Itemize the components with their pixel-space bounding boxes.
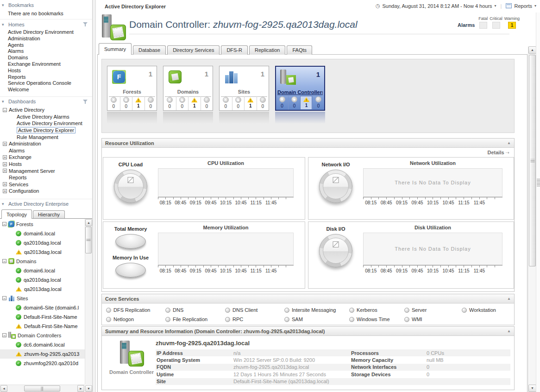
dashboards-leaf[interactable]: Active Directory Environment <box>3 120 92 127</box>
enterprise-header[interactable]: Active Directory Enterprise <box>0 199 92 208</box>
reports-menu[interactable]: Reports <box>514 3 532 9</box>
dashboards-node[interactable]: Alarms <box>3 147 92 154</box>
dashboards-node[interactable]: Exchange <box>3 154 92 161</box>
tab-dfs-r[interactable]: DFS-R <box>221 45 248 55</box>
tree-group-domains[interactable]: Domains <box>0 257 85 266</box>
panel-drag-handle[interactable] <box>537 179 540 186</box>
homes-item-service-operations-console[interactable]: Service Operations Console <box>8 80 92 87</box>
scroll-right-arrow[interactable]: ► <box>77 385 84 392</box>
collapse-section-icon[interactable] <box>507 297 511 301</box>
scroll-up-arrow[interactable]: ▲ <box>85 219 92 226</box>
dashboards-leaf[interactable]: Active Directory Alarms <box>3 114 92 120</box>
homes-item-reports[interactable]: Reports <box>8 74 92 81</box>
main-vscroll-thumb[interactable] <box>529 55 536 266</box>
tile-status-warning[interactable]: 1 <box>132 96 144 110</box>
tile-sites[interactable]: 1Sites0010 <box>219 66 269 111</box>
tree-item[interactable]: qa2013dag.local <box>0 247 85 257</box>
minus-expander-icon[interactable] <box>2 333 6 337</box>
core-services-header[interactable]: Core Services <box>102 294 514 303</box>
scroll-down-arrow[interactable]: ▼ <box>85 385 92 392</box>
alarm-count-box[interactable] <box>479 22 487 29</box>
resource-utilization-header[interactable]: Resource Utilization <box>102 139 514 148</box>
tree-item[interactable]: qa2010dag.local <box>0 238 85 247</box>
chevron-down-icon[interactable] <box>534 4 536 8</box>
tree-horizontal-scrollbar[interactable]: ◄ ► <box>0 385 85 392</box>
sidebar-splitter[interactable] <box>93 0 96 392</box>
homes-item-administration[interactable]: Administration <box>8 36 92 42</box>
tile-domains[interactable]: 1Domains0010 <box>163 66 213 111</box>
tile-status-fatal[interactable]: 0 <box>163 96 176 110</box>
tile-status-warning[interactable]: 1 <box>244 96 257 110</box>
homes-item-alarms[interactable]: Alarms <box>8 48 92 55</box>
tile-status-fatal[interactable]: 0 <box>276 96 288 110</box>
homes-item-exchange-environment[interactable]: Exchange Environment <box>8 61 92 68</box>
tile-status-fatal[interactable]: 0 <box>107 96 120 110</box>
tree-item[interactable]: domain6.local <box>0 266 85 275</box>
plus-expander-icon[interactable] <box>3 142 7 146</box>
collapse-section-icon[interactable] <box>507 141 511 145</box>
tree-item[interactable]: domain6-Site (domain6.l <box>0 303 85 312</box>
tree-item[interactable]: zhuvmfog2920.qa2010d <box>0 359 85 368</box>
dashboards-node[interactable]: Reports <box>3 174 92 181</box>
tree-vertical-scrollbar[interactable]: ▲ <box>85 219 92 385</box>
alarm-count-box[interactable] <box>492 22 500 29</box>
dashboards-header[interactable]: Dashboards <box>0 96 92 105</box>
filter-funnel-icon[interactable] <box>83 100 88 104</box>
alarm-count-box[interactable]: 1 <box>508 22 516 29</box>
tab-faqts[interactable]: FAQts <box>287 45 312 55</box>
dashboards-node[interactable]: Services <box>3 181 92 188</box>
tile-status-fatal[interactable]: 0 <box>220 96 232 110</box>
tree-group-domain-controllers[interactable]: Domain Controllers <box>0 331 85 340</box>
homes-item-active-directory-environment[interactable]: Active Directory Environment <box>8 29 92 36</box>
plus-expander-icon[interactable] <box>3 182 7 186</box>
homes-item-hosts[interactable]: Hosts <box>8 68 92 74</box>
collapse-section-icon[interactable] <box>507 329 511 333</box>
tab-directory-services[interactable]: Directory Services <box>167 45 220 55</box>
time-range-selector[interactable]: Sunday, August 31, 2014 8:12 AM - Now 4 … <box>383 3 492 9</box>
dashboards-node[interactable]: Administration <box>3 140 92 147</box>
homes-item-domains[interactable]: Domains <box>8 55 92 61</box>
tab-summary[interactable]: Summary <box>99 43 132 55</box>
tile-status-critical[interactable]: 0 <box>232 96 245 110</box>
scroll-down-arrow[interactable]: ▼ <box>528 385 536 392</box>
minus-expander-icon[interactable] <box>2 296 6 300</box>
tile-status-normal[interactable]: 0 <box>201 96 213 110</box>
bookmarks-header[interactable]: Bookmarks <box>0 0 92 9</box>
tile-status-normal[interactable]: 0 <box>257 96 269 110</box>
tree-item[interactable]: zhuvm-fog-2925.qa2013 <box>0 349 85 359</box>
tab-replication[interactable]: Replication <box>249 45 285 55</box>
tree-vscroll-thumb[interactable] <box>85 227 92 253</box>
dashboards-node[interactable]: Configuration <box>3 188 92 195</box>
tile-status-warning[interactable]: 1 <box>300 96 312 110</box>
chevron-down-icon[interactable] <box>495 4 496 8</box>
homes-header[interactable]: Homes <box>0 19 92 28</box>
dashboards-leaf[interactable]: Active Directory Explorer <box>3 127 92 134</box>
tree-item[interactable]: Default-First-Site-Name <box>0 312 85 322</box>
plus-expander-icon[interactable] <box>3 189 7 193</box>
tile-status-critical[interactable]: 0 <box>176 96 188 110</box>
minus-expander-icon[interactable] <box>2 259 6 263</box>
dashboards-node[interactable]: Active Directory <box>3 107 92 114</box>
tree-item[interactable]: dc6.domain6.local <box>0 340 85 349</box>
homes-item-welcome[interactable]: Welcome <box>8 87 92 93</box>
plus-expander-icon[interactable] <box>3 162 7 166</box>
tile-status-critical[interactable]: 0 <box>288 96 300 110</box>
main-vertical-scrollbar[interactable]: ▲ ▼ <box>528 46 536 392</box>
scroll-up-arrow[interactable]: ▲ <box>528 46 536 54</box>
dashboards-node[interactable]: Management Server <box>3 167 92 174</box>
tile-status-normal[interactable]: 0 <box>144 96 157 110</box>
plus-expander-icon[interactable] <box>3 169 7 173</box>
sidebar-tab-topology[interactable]: Topology <box>1 209 32 219</box>
dashboards-node[interactable]: Hosts <box>3 161 92 168</box>
tree-item[interactable]: Default-First-Site-Name <box>0 322 85 331</box>
minus-expander-icon[interactable] <box>3 108 7 112</box>
plus-expander-icon[interactable] <box>3 155 7 159</box>
tree-item[interactable]: qa2013dag.local <box>0 285 85 294</box>
tile-status-warning[interactable]: 1 <box>188 96 201 110</box>
tree-item[interactable]: qa2010dag.local <box>0 275 85 285</box>
tile-status-normal[interactable]: 0 <box>312 96 324 110</box>
dashboards-leaf[interactable]: Rule Management <box>3 133 92 140</box>
homes-item-agents[interactable]: Agents <box>8 42 92 49</box>
details-link[interactable]: Details <box>488 150 504 155</box>
sidebar-tab-hierarchy[interactable]: Hierarchy <box>33 210 65 219</box>
